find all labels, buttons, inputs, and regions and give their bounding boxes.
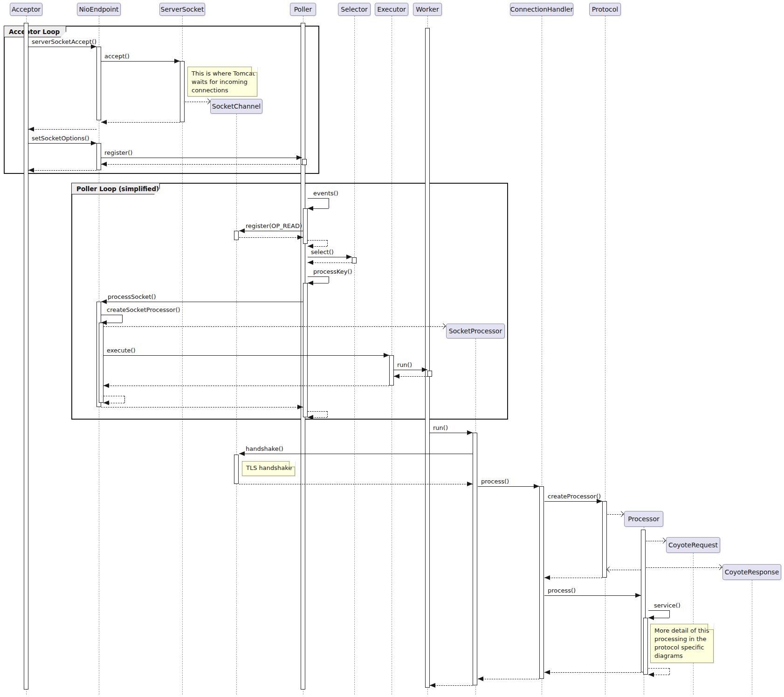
created-participant-coyoterequest: CoyoteRequest: [666, 537, 720, 553]
message-label-process-processor: process(): [548, 587, 576, 594]
arrowhead-execute-return: [103, 383, 109, 388]
activation-nioendpoint-createsockproc: [99, 323, 103, 403]
arrowhead-createprocessor-ret2: [544, 575, 550, 580]
message-label-select: select(): [311, 248, 334, 255]
activation-connectionhandler-process: [539, 486, 544, 679]
message-processkey-out: [308, 276, 329, 277]
arrowhead-events-return: [308, 244, 313, 248]
note-fold-triangle: [708, 624, 714, 629]
message-run-socketproc-return: [430, 685, 473, 686]
message-process-processor-ret: [544, 672, 641, 673]
arrowhead-service-return: [648, 672, 654, 677]
arrowhead-setsocketoptions: [91, 141, 96, 145]
participant-serversocket: ServerSocket: [159, 3, 205, 16]
participant-worker: Worker: [413, 3, 442, 16]
arrowhead-accept: [174, 59, 180, 63]
message-create-coyoteresponse: [646, 567, 722, 568]
arrowhead-create-processor: [618, 511, 624, 517]
arrowhead-create-coyoterequest: [660, 538, 666, 544]
arrowhead-service: [648, 615, 654, 620]
frame-title-acceptor-loop: Acceptor Loop: [4, 26, 66, 37]
activation-serversocket-accept: [180, 61, 185, 122]
participant-protocol: Protocol: [589, 3, 621, 16]
note-line: More detail of this: [654, 627, 709, 635]
activation-worker-run: [427, 371, 432, 377]
arrowhead-createsocketprocessor: [101, 320, 107, 325]
arrowhead-processsocket: [101, 299, 107, 304]
activation-socketchannel-handshake: [234, 455, 239, 484]
message-label-register: register(): [104, 149, 132, 156]
arrowhead-run-worker-return: [394, 374, 399, 379]
created-participant-socketprocessor: SocketProcessor: [446, 324, 505, 338]
arrowhead-select: [346, 255, 352, 259]
participant-selector: Selector: [338, 3, 371, 16]
participant-nioendpoint: NioEndpoint: [77, 3, 121, 16]
activation-socketchannel-register: [234, 231, 239, 240]
arrowhead-events: [308, 206, 313, 211]
arrowhead-select-return: [308, 260, 313, 265]
participant-connectionhandler: ConnectionHandler: [510, 3, 573, 16]
message-create-socketprocessor: [103, 326, 445, 327]
arrowhead-register: [296, 155, 302, 160]
message-label-serversocketaccept: serverSocketAccept(): [32, 38, 96, 45]
message-handshake: [239, 454, 473, 454]
arrowhead-accept-return: [101, 120, 107, 124]
activation-poller-processkey: [303, 283, 308, 417]
note-line: processing in the: [654, 635, 709, 643]
participant-acceptor: Acceptor: [10, 3, 42, 16]
sequence-diagram-canvas: AcceptorNioEndpointServerSocketPollerSel…: [0, 0, 784, 697]
activation-poller-register: [302, 159, 307, 165]
note-line: TLS handshake: [246, 464, 291, 472]
arrowhead-process-processor: [635, 593, 641, 598]
message-label-createsocketprocessor: createSocketProcessor(): [107, 306, 180, 313]
message-service-out: [648, 610, 669, 611]
message-setsocketoptions-ret: [28, 170, 96, 171]
message-events-out: [308, 198, 329, 199]
note-line: waits for incoming: [192, 78, 253, 86]
message-events-side: [329, 198, 329, 208]
message-process-connhandler-ret: [478, 679, 539, 679]
message-createsockproc-return-out: [103, 396, 124, 396]
arrowhead-execute: [384, 353, 389, 358]
message-register-op-read-ret: [239, 237, 303, 238]
note-line: diagrams: [654, 652, 709, 660]
arrowhead-register-return: [101, 162, 107, 166]
arrowhead-handshake-return: [467, 482, 473, 486]
message-label-register-op-read: register(OP_READ): [246, 222, 302, 229]
arrowhead-handshake: [239, 451, 245, 456]
message-accept: [101, 61, 180, 62]
arrowhead-setsocketoptions-ret: [28, 168, 34, 173]
arrowhead-run-socketprocessor: [467, 430, 473, 435]
message-events-return-out: [308, 240, 327, 241]
message-createprocessor-ret2: [544, 578, 602, 578]
message-processsocket: [101, 302, 303, 302]
message-createsockproc-return-side: [124, 396, 125, 403]
arrowhead-processkey: [308, 281, 313, 285]
message-service-side: [669, 610, 670, 618]
message-register-op-read: [239, 231, 303, 231]
message-process-connhandler: [478, 486, 539, 487]
note-fold-triangle: [252, 67, 257, 72]
message-execute-return: [103, 386, 389, 386]
note-fold-triangle: [289, 461, 295, 467]
message-label-processkey: processKey(): [313, 268, 352, 275]
frame-poller-loop: [71, 183, 508, 420]
message-events-return-side: [327, 240, 328, 246]
arrowhead-processsocket-return: [297, 405, 303, 409]
frame-title-poller-loop: Poller Loop (simplified): [71, 183, 160, 194]
activation-poller-events: [303, 208, 308, 244]
message-serversocketaccept: [28, 47, 96, 47]
message-label-execute: execute(): [107, 347, 136, 354]
frame-acceptor-loop: [4, 26, 319, 174]
activation-worker-thread: [425, 28, 430, 688]
created-participant-processor: Processor: [624, 511, 663, 527]
lifeline-protocol: [605, 16, 605, 695]
message-run-socketprocessor: [430, 433, 473, 433]
message-label-run-socketprocessor: run(): [433, 424, 448, 431]
message-service-return-side: [669, 668, 670, 675]
message-processkey-return-out: [308, 411, 327, 412]
lifeline-coyoteresponse: [752, 580, 752, 695]
message-label-handshake: handshake(): [246, 445, 283, 452]
activation-executor-execute: [389, 355, 394, 386]
message-accept-return: [101, 122, 180, 123]
